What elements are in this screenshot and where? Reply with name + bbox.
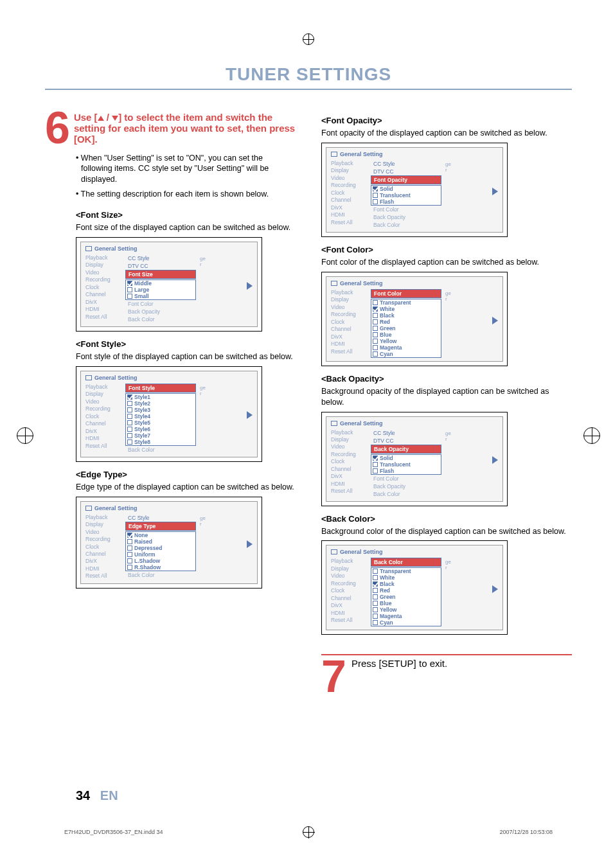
ui-hint: ger — [200, 256, 206, 267]
section-heading: <Font Color> — [321, 245, 572, 254]
t: / — [104, 112, 112, 123]
up-arrow-icon — [98, 116, 104, 121]
step-text: Use [ / ] to select the item and switch … — [74, 109, 296, 148]
ui-option: Solid — [371, 455, 441, 461]
checkbox-icon — [127, 294, 132, 299]
ui-option-label: L.Shadow — [134, 558, 160, 564]
ui-submenu: CC StyleDTV CCBack OpacitySolidTransluce… — [371, 429, 441, 498]
ui-sidebar-item: Playback — [84, 384, 123, 391]
ui-option-label: Large — [134, 287, 149, 293]
ui-option: Red — [371, 587, 441, 594]
registration-mark-bottom-icon — [303, 826, 314, 838]
step-text: Press [SETUP] to exit. — [351, 658, 447, 696]
registration-mark-left-icon — [17, 427, 33, 444]
ui-sidebar-item: Channel — [330, 197, 368, 204]
ui-sidebar: PlaybackDisplayVideoRecordingClockChanne… — [330, 429, 368, 498]
ui-option: Green — [371, 594, 441, 600]
ui-window-title: General Setting — [340, 549, 383, 555]
ui-right-pane: ger — [444, 160, 499, 229]
ui-option-list: SolidTranslucentFlash — [371, 185, 441, 206]
ui-option: White — [371, 574, 441, 581]
ui-option: Magenta — [371, 613, 441, 619]
section-heading: <Font Opacity> — [321, 116, 572, 125]
ui-sidebar-item: DivX — [330, 473, 368, 480]
checkbox-icon — [373, 456, 378, 461]
footer-file: E7H42UD_DVDR3506-37_EN.indd 34 — [64, 829, 163, 835]
ui-option: Blue — [371, 600, 441, 607]
step-bullets: • When "User Setting" is set to "ON", yo… — [45, 153, 296, 200]
ui-sidebar-item: Display — [330, 296, 368, 303]
ui-option: Large — [126, 287, 195, 293]
ui-sidebar-item: Playback — [84, 254, 123, 261]
ui-menu-item: CC Style — [371, 429, 441, 437]
ui-option-label: Solid — [380, 186, 393, 192]
ui-sidebar-item: Display — [84, 391, 123, 398]
ui-option-label: Flash — [380, 199, 394, 205]
checkbox-icon — [127, 414, 132, 419]
ui-sidebar-item: Video — [330, 443, 368, 450]
ui-hint: ger — [200, 385, 206, 396]
ui-sidebar-item: Reset All — [84, 443, 123, 450]
ui-option-label: Small — [134, 293, 149, 299]
step-6: 6 Use [ / ] to select the item and switc… — [45, 109, 296, 148]
ui-option: Middle — [126, 280, 195, 287]
ui-option: Translucent — [371, 461, 441, 468]
window-icon — [331, 549, 337, 554]
down-arrow-icon — [112, 116, 118, 121]
checkbox-icon — [373, 581, 378, 587]
checkbox-icon — [127, 565, 132, 570]
ui-hint: ger — [445, 161, 451, 173]
checkbox-icon — [373, 607, 378, 612]
ui-font-color: General SettingPlaybackDisplayVideoRecor… — [321, 272, 508, 366]
checkbox-icon — [373, 614, 378, 619]
ui-option-label: Middle — [134, 280, 152, 287]
checkbox-icon — [373, 594, 378, 599]
window-icon — [85, 506, 92, 511]
section-heading: <Back Opacity> — [321, 374, 572, 384]
ui-option-label: Raised — [134, 538, 152, 545]
registration-mark-icon — [303, 33, 314, 45]
step-7-wrap: 7 Press [SETUP] to exit. — [321, 654, 572, 696]
ui-hint: ger — [445, 430, 451, 442]
ui-sidebar: PlaybackDisplayVideoRecordingClockChanne… — [330, 289, 368, 358]
ui-hint: ger — [445, 559, 451, 571]
ui-option: Magenta — [371, 344, 441, 351]
ui-menu-item-dim: Font Color — [371, 206, 441, 213]
ui-option-list: TransparentWhiteBlackRedGreenBlueYellowM… — [371, 567, 441, 626]
ui-submenu: Font ColorTransparentWhiteBlackRedGreenB… — [371, 289, 441, 358]
ui-sidebar-item: Playback — [330, 160, 368, 167]
ui-sidebar-item: Video — [330, 304, 368, 311]
checkbox-icon — [373, 313, 378, 318]
checkbox-icon — [373, 339, 378, 344]
ui-menu-item-selected: Back Color — [371, 558, 441, 567]
ui-sidebar-item: Clock — [84, 284, 123, 291]
ui-option: Flash — [371, 199, 441, 205]
window-icon — [331, 152, 337, 157]
ui-window-title: General Setting — [94, 375, 138, 381]
page-number: 34 EN — [76, 788, 118, 803]
ui-sidebar-item: Reset All — [330, 348, 368, 355]
checkbox-icon — [127, 287, 132, 292]
checkbox-icon — [127, 545, 132, 551]
ui-option-label: Cyan — [380, 619, 393, 626]
step-number: 7 — [321, 658, 346, 696]
checkbox-icon — [127, 439, 132, 445]
ui-sidebar-item: Recording — [84, 405, 123, 412]
ui-sidebar-item: Playback — [330, 289, 368, 296]
ui-option: None — [126, 532, 195, 538]
section-text: Font opacity of the displayed caption ca… — [321, 128, 572, 139]
ui-sidebar: PlaybackDisplayVideoRecordingClockChanne… — [84, 514, 123, 580]
ui-right-pane: ger — [444, 558, 499, 626]
ui-option-label: Black — [380, 581, 395, 587]
ui-sidebar-item: Recording — [330, 311, 368, 318]
ui-option-label: Red — [380, 587, 390, 594]
ui-sidebar-item: Display — [84, 261, 123, 269]
ui-option-list: SolidTranslucentFlash — [371, 454, 441, 475]
section-text: Background color of the displayed captio… — [321, 526, 572, 537]
checkbox-icon — [373, 193, 378, 198]
checkbox-icon — [373, 351, 378, 357]
ui-option-list: TransparentWhiteBlackRedGreenBlueYellowM… — [371, 299, 441, 358]
ui-sidebar-item: Clock — [84, 413, 123, 420]
ui-option: Translucent — [371, 192, 441, 199]
ui-sidebar-item: Video — [330, 175, 368, 182]
